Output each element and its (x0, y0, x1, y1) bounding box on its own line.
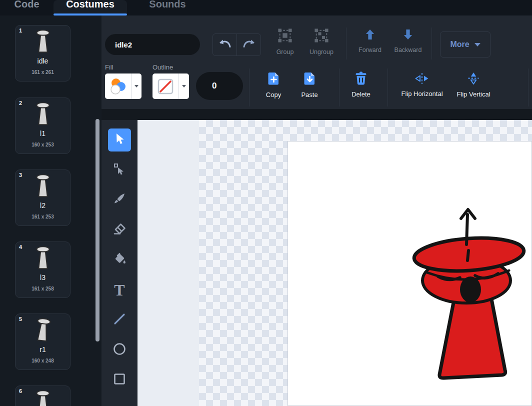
tool-reshape[interactable] (108, 158, 131, 182)
toolbar-divider (528, 68, 528, 106)
flip-horizontal-button[interactable]: Flip Horizontal (394, 72, 450, 98)
paste-label: Paste (301, 91, 318, 98)
costume-number: 1 (19, 28, 22, 34)
costume-list-panel: 1 idle 161 x 261 2 l1 160 x 253 3 l2 161… (0, 16, 102, 406)
costume-size: 161 x 258 (16, 286, 70, 292)
undo-icon (218, 39, 232, 51)
costume-number: 2 (19, 100, 22, 106)
tool-fill[interactable] (108, 248, 131, 272)
undo-button[interactable] (213, 34, 236, 56)
editor-tab-bar: Code Costumes Sounds (0, 0, 532, 16)
ungroup-button[interactable]: Ungroup (304, 28, 340, 56)
more-dropdown-button[interactable]: More (440, 32, 490, 58)
paste-icon (303, 72, 316, 88)
tool-circle[interactable] (108, 338, 131, 362)
toolbar-divider (346, 28, 346, 60)
tab-code-label: Code (14, 0, 40, 16)
costume-name: l1 (16, 130, 70, 138)
rectangle-icon (114, 373, 126, 387)
forward-button[interactable]: Forward (354, 28, 386, 54)
text-icon: T (114, 282, 124, 298)
costume-thumbnail (33, 390, 53, 406)
trash-icon (355, 72, 367, 87)
flip-horizontal-label: Flip Horizontal (401, 90, 442, 98)
tool-select[interactable] (108, 128, 131, 152)
select-cursor-icon (114, 133, 124, 147)
group-icon (278, 28, 292, 45)
costume-card-r1[interactable]: 5 r1 160 x 248 (15, 314, 70, 370)
toolbar-divider (339, 68, 340, 106)
costume-number: 3 (19, 172, 22, 178)
redo-button[interactable] (236, 34, 260, 56)
tab-sounds-label: Sounds (149, 0, 186, 16)
outline-color-preview (152, 78, 178, 94)
outline-section-label: Outline (152, 64, 173, 71)
chevron-down-icon (474, 43, 480, 46)
artboard[interactable] (288, 141, 532, 406)
tool-rectangle[interactable] (108, 368, 131, 392)
paste-button[interactable]: Paste (295, 72, 324, 98)
costume-size: 160 x 248 (16, 358, 70, 364)
costume-name: l3 (16, 274, 70, 282)
paint-bucket-icon (113, 252, 126, 268)
costume-number: 5 (19, 316, 22, 322)
ungroup-icon (314, 28, 329, 45)
costume-card-6[interactable]: 6 (15, 386, 70, 406)
costume-card-idle[interactable]: 1 idle 161 x 261 (15, 25, 70, 82)
group-button[interactable]: Group (268, 28, 302, 56)
toolbar-divider (249, 68, 250, 106)
tab-sounds[interactable]: Sounds (132, 0, 203, 16)
costume-thumbnail (33, 29, 53, 57)
outline-color-swatch[interactable] (152, 74, 189, 99)
costume-size: 160 x 253 (16, 142, 70, 148)
tool-brush[interactable] (108, 188, 131, 212)
forward-arrow-icon (365, 28, 375, 43)
costume-name: idle (16, 57, 70, 65)
tool-eraser[interactable] (108, 218, 131, 242)
costume-thumbnail (33, 102, 53, 130)
circle-icon (113, 342, 126, 358)
costume-thumbnail (33, 318, 53, 346)
outline-width-input[interactable] (196, 72, 243, 100)
paint-canvas[interactable] (138, 120, 532, 406)
backward-arrow-icon (403, 28, 413, 43)
costume-thumbnail (33, 174, 53, 202)
more-label: More (450, 40, 469, 49)
costume-card-l2[interactable]: 3 l2 161 x 253 (15, 170, 70, 226)
fill-color-preview (105, 76, 131, 98)
costume-thumbnail (33, 246, 53, 274)
costume-size: 161 x 261 (16, 70, 70, 75)
flip-vertical-label: Flip Vertical (456, 90, 490, 98)
outline-dropdown-arrow (178, 74, 189, 99)
fill-dropdown-arrow (131, 74, 142, 99)
delete-label: Delete (352, 90, 370, 98)
backward-label: Backward (394, 46, 422, 54)
copy-button[interactable]: Copy (259, 72, 288, 98)
brush-icon (113, 192, 126, 208)
costume-number: 4 (19, 244, 22, 250)
toolbar-canvas-gap (102, 109, 532, 120)
undo-redo-group (212, 34, 261, 56)
tool-line[interactable] (108, 308, 131, 332)
costume-name-input[interactable] (105, 34, 200, 55)
delete-button[interactable]: Delete (346, 72, 376, 98)
costume-card-l3[interactable]: 4 l3 161 x 258 (15, 242, 70, 298)
fill-section-label: Fill (105, 64, 114, 71)
costume-name: r1 (16, 346, 70, 354)
backward-button[interactable]: Backward (390, 28, 426, 54)
costume-list-scrollbar[interactable] (96, 119, 100, 342)
redo-icon (242, 39, 256, 51)
ungroup-label: Ungroup (310, 48, 334, 56)
forward-label: Forward (358, 46, 382, 54)
toolbar-divider (388, 68, 388, 106)
copy-icon (267, 72, 280, 88)
paint-editor-toolbar: Group Ungroup Forward Backward More Fill… (102, 16, 532, 109)
flip-vertical-icon (468, 72, 480, 87)
tool-text[interactable]: T (108, 278, 131, 302)
costume-card-l1[interactable]: 2 l1 160 x 253 (15, 98, 70, 154)
flip-vertical-button[interactable]: Flip Vertical (452, 72, 494, 98)
fill-color-swatch[interactable] (105, 74, 142, 99)
tab-code[interactable]: Code (0, 0, 54, 16)
toolbar-divider (432, 28, 432, 60)
line-icon (114, 313, 126, 327)
